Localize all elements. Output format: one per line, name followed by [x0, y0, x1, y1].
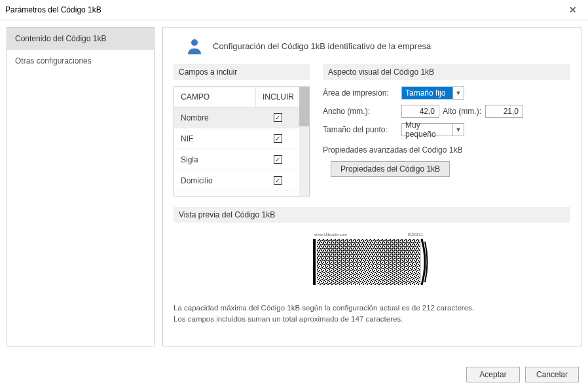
two-column-area: Campos a incluir CAMPO INCLUIR Nombre ✓ — [174, 64, 570, 196]
ancho-input[interactable]: 42,0 — [401, 105, 439, 118]
footer-line1: La capacidad máxima del Código 1kB según… — [174, 303, 570, 314]
fields-grid: CAMPO INCLUIR Nombre ✓ NIF — [174, 87, 299, 196]
close-button[interactable]: ✕ — [558, 0, 588, 20]
window-title: Parámetros del Código 1kB — [5, 5, 101, 14]
field-name: Domicilio — [174, 176, 256, 185]
sidebar-item-otras[interactable]: Otras configuraciones — [7, 50, 154, 72]
fields-header-row: CAMPO INCLUIR — [174, 87, 299, 107]
punto-label: Tamaño del punto: — [323, 125, 401, 134]
sidebar-item-label: Contenido del Código 1kB — [15, 34, 106, 43]
checkbox[interactable]: ✓ — [274, 176, 282, 185]
titlebar: Parámetros del Código 1kB ✕ — [0, 0, 588, 20]
area-label: Área de impresión: — [323, 88, 401, 98]
chevron-down-icon[interactable]: ▼ — [452, 87, 464, 99]
person-icon — [185, 37, 204, 55]
table-row[interactable]: Sigla ✓ — [174, 149, 299, 170]
checkbox[interactable]: ✓ — [274, 113, 282, 122]
alto-value: 21,0 — [504, 107, 519, 116]
cancel-button-label: Cancelar — [536, 370, 568, 379]
col-header-campo[interactable]: CAMPO — [174, 87, 256, 107]
sidebar: Contenido del Código 1kB Otras configura… — [7, 27, 155, 346]
table-row[interactable]: Domicilio ✓ — [174, 170, 299, 191]
sidebar-item-label: Otras configuraciones — [15, 56, 92, 65]
checkbox[interactable]: ✓ — [274, 155, 282, 164]
cancel-button[interactable]: Cancelar — [525, 367, 579, 382]
properties-button[interactable]: Propiedades del Código 1kB — [331, 161, 450, 177]
table-row[interactable]: Nombre ✓ — [174, 107, 299, 128]
field-include-cell: ✓ — [256, 176, 299, 185]
footer-info: La capacidad máxima del Código 1kB según… — [174, 303, 570, 325]
field-include-cell: ✓ — [256, 134, 299, 143]
alto-label: Alto (mm.): — [439, 107, 485, 116]
row-punto: Tamaño del punto: Muy pequeño ▼ — [323, 123, 570, 136]
properties-button-label: Propiedades del Código 1kB — [340, 164, 440, 174]
preview-area: www.1kbcode.com 0150211 — [174, 229, 570, 295]
fields-body: Nombre ✓ NIF ✓ — [174, 107, 299, 196]
field-name: Sigla — [174, 155, 256, 164]
row-area-impresion: Área de impresión: Tamaño fijo ▼ — [323, 86, 570, 100]
area-combo[interactable]: Tamaño fijo ▼ — [401, 86, 464, 100]
main-panel: Configuración del Código 1kB identificat… — [162, 27, 581, 346]
barcode-caption-right: 0150211 — [408, 232, 423, 236]
field-include-cell: ✓ — [256, 155, 299, 164]
punto-combo-value: Muy pequeño — [402, 120, 452, 139]
fields-group-label: Campos a incluir — [174, 64, 310, 80]
barcode-icon — [313, 238, 431, 286]
col-header-incluir[interactable]: INCLUIR — [256, 87, 299, 107]
visual-group-label: Aspecto visual del Código 1kB — [323, 64, 570, 80]
scrollbar[interactable] — [299, 87, 309, 196]
alto-input[interactable]: 21,0 — [485, 105, 523, 118]
chevron-down-icon[interactable]: ▼ — [452, 124, 464, 136]
table-row[interactable]: NIF ✓ — [174, 128, 299, 149]
visual-column: Aspecto visual del Código 1kB Área de im… — [323, 64, 570, 196]
panel-title: Configuración del Código 1kB identificat… — [213, 41, 431, 51]
ok-button[interactable]: Aceptar — [466, 367, 520, 382]
preview-label: Vista previa del Código 1kB — [174, 207, 570, 223]
field-name: NIF — [174, 134, 256, 143]
panel-header: Configuración del Código 1kB identificat… — [174, 37, 570, 64]
field-name: Nombre — [174, 113, 256, 122]
ancho-value: 42,0 — [420, 107, 435, 116]
dialog-buttons: Aceptar Cancelar — [466, 367, 579, 382]
fields-table: CAMPO INCLUIR Nombre ✓ NIF — [174, 86, 310, 196]
svg-rect-6 — [313, 239, 316, 285]
body-area: Contenido del Código 1kB Otras configura… — [0, 20, 588, 353]
sidebar-item-contenido[interactable]: Contenido del Código 1kB — [7, 28, 154, 50]
barcode-caption-left: www.1kbcode.com — [314, 232, 347, 236]
scroll-thumb[interactable] — [299, 87, 309, 126]
row-dimensions: Ancho (mm.): 42,0 Alto (mm.): 21,0 — [323, 105, 570, 118]
svg-point-0 — [191, 39, 198, 46]
preview-section: Vista previa del Código 1kB www.1kbcode.… — [174, 207, 570, 295]
barcode-preview: www.1kbcode.com 0150211 — [313, 238, 431, 286]
punto-combo[interactable]: Muy pequeño ▼ — [401, 123, 464, 136]
checkbox[interactable]: ✓ — [274, 134, 282, 143]
footer-line2: Los campos incluidos suman un total apro… — [174, 314, 570, 325]
ok-button-label: Aceptar — [479, 370, 506, 379]
svg-rect-7 — [317, 239, 420, 285]
fields-column: Campos a incluir CAMPO INCLUIR Nombre ✓ — [174, 64, 310, 196]
field-include-cell: ✓ — [256, 113, 299, 122]
ancho-label: Ancho (mm.): — [323, 107, 401, 116]
area-combo-value: Tamaño fijo — [402, 87, 452, 99]
advanced-label: Propiedades avanzadas del Código 1kB — [323, 145, 570, 155]
